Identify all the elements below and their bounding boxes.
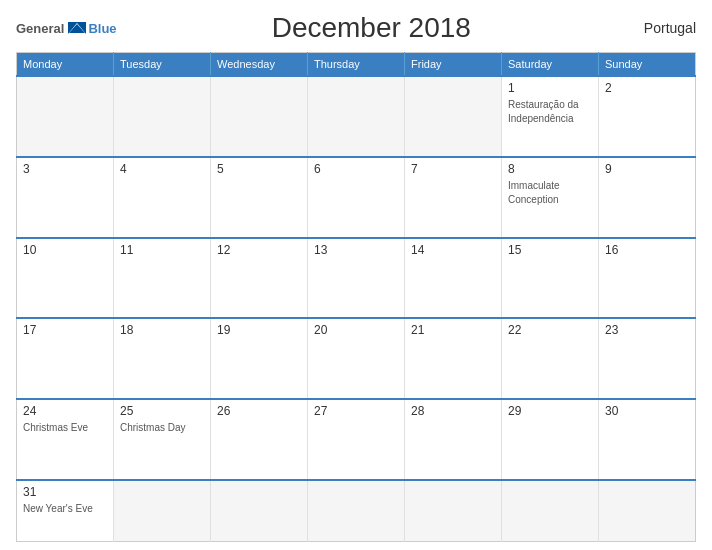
day-number: 17 [23, 323, 107, 337]
col-friday: Friday [405, 53, 502, 77]
col-sunday: Sunday [599, 53, 696, 77]
col-tuesday: Tuesday [114, 53, 211, 77]
logo-flag-icon [68, 22, 86, 34]
calendar-cell: 27 [308, 399, 405, 480]
day-number: 23 [605, 323, 689, 337]
header: General Blue December 2018 Portugal [16, 12, 696, 44]
calendar-cell [17, 76, 114, 157]
calendar-cell: 30 [599, 399, 696, 480]
day-number: 3 [23, 162, 107, 176]
logo-blue-text: Blue [88, 21, 116, 36]
day-number: 11 [120, 243, 204, 257]
calendar-cell: 11 [114, 238, 211, 319]
calendar-event: Restauração da Independência [508, 99, 579, 124]
col-monday: Monday [17, 53, 114, 77]
day-number: 26 [217, 404, 301, 418]
calendar-event: Christmas Eve [23, 422, 88, 433]
calendar-header-row: Monday Tuesday Wednesday Thursday Friday… [17, 53, 696, 77]
day-number: 1 [508, 81, 592, 95]
day-number: 30 [605, 404, 689, 418]
day-number: 20 [314, 323, 398, 337]
day-number: 25 [120, 404, 204, 418]
logo: General Blue [16, 21, 117, 36]
day-number: 19 [217, 323, 301, 337]
day-number: 16 [605, 243, 689, 257]
calendar-cell [211, 76, 308, 157]
calendar-cell [502, 480, 599, 542]
calendar-week-row: 17181920212223 [17, 318, 696, 399]
calendar-cell [114, 76, 211, 157]
day-number: 14 [411, 243, 495, 257]
day-number: 10 [23, 243, 107, 257]
day-number: 2 [605, 81, 689, 95]
calendar-cell [114, 480, 211, 542]
calendar-cell: 10 [17, 238, 114, 319]
calendar-cell [211, 480, 308, 542]
day-number: 8 [508, 162, 592, 176]
calendar-event: New Year's Eve [23, 503, 93, 514]
calendar-cell: 6 [308, 157, 405, 238]
calendar-cell [599, 480, 696, 542]
calendar-cell [405, 76, 502, 157]
logo-general-text: General [16, 21, 64, 36]
calendar-cell: 22 [502, 318, 599, 399]
day-number: 22 [508, 323, 592, 337]
day-number: 15 [508, 243, 592, 257]
day-number: 18 [120, 323, 204, 337]
calendar-cell: 18 [114, 318, 211, 399]
calendar-cell: 9 [599, 157, 696, 238]
calendar-cell: 7 [405, 157, 502, 238]
calendar-event: Immaculate Conception [508, 180, 560, 205]
calendar-cell: 15 [502, 238, 599, 319]
calendar-cell: 3 [17, 157, 114, 238]
col-saturday: Saturday [502, 53, 599, 77]
calendar-cell: 29 [502, 399, 599, 480]
calendar-cell: 8Immaculate Conception [502, 157, 599, 238]
calendar-table: Monday Tuesday Wednesday Thursday Friday… [16, 52, 696, 542]
day-number: 5 [217, 162, 301, 176]
day-number: 28 [411, 404, 495, 418]
col-wednesday: Wednesday [211, 53, 308, 77]
calendar-cell: 2 [599, 76, 696, 157]
calendar-cell [308, 480, 405, 542]
country-label: Portugal [626, 20, 696, 36]
calendar-event: Christmas Day [120, 422, 186, 433]
day-number: 13 [314, 243, 398, 257]
day-number: 21 [411, 323, 495, 337]
day-number: 9 [605, 162, 689, 176]
calendar-cell: 24Christmas Eve [17, 399, 114, 480]
day-number: 24 [23, 404, 107, 418]
calendar-cell: 13 [308, 238, 405, 319]
calendar-cell: 12 [211, 238, 308, 319]
calendar-cell: 20 [308, 318, 405, 399]
calendar-cell: 26 [211, 399, 308, 480]
calendar-cell: 16 [599, 238, 696, 319]
calendar-week-row: 345678Immaculate Conception9 [17, 157, 696, 238]
day-number: 29 [508, 404, 592, 418]
calendar-week-row: 1Restauração da Independência2 [17, 76, 696, 157]
calendar-cell: 19 [211, 318, 308, 399]
calendar-cell: 17 [17, 318, 114, 399]
calendar-cell: 23 [599, 318, 696, 399]
day-number: 27 [314, 404, 398, 418]
day-number: 6 [314, 162, 398, 176]
calendar-cell [405, 480, 502, 542]
calendar-cell: 14 [405, 238, 502, 319]
day-number: 12 [217, 243, 301, 257]
day-number: 7 [411, 162, 495, 176]
calendar-cell: 4 [114, 157, 211, 238]
day-number: 4 [120, 162, 204, 176]
calendar-cell: 21 [405, 318, 502, 399]
calendar-title: December 2018 [117, 12, 626, 44]
calendar-cell [308, 76, 405, 157]
calendar-cell: 31New Year's Eve [17, 480, 114, 542]
calendar-week-row: 10111213141516 [17, 238, 696, 319]
page: General Blue December 2018 Portugal Mond… [0, 0, 712, 550]
calendar-cell: 25Christmas Day [114, 399, 211, 480]
calendar-week-row: 24Christmas Eve25Christmas Day2627282930 [17, 399, 696, 480]
calendar-cell: 5 [211, 157, 308, 238]
col-thursday: Thursday [308, 53, 405, 77]
day-number: 31 [23, 485, 107, 499]
calendar-cell: 28 [405, 399, 502, 480]
calendar-cell: 1Restauração da Independência [502, 76, 599, 157]
